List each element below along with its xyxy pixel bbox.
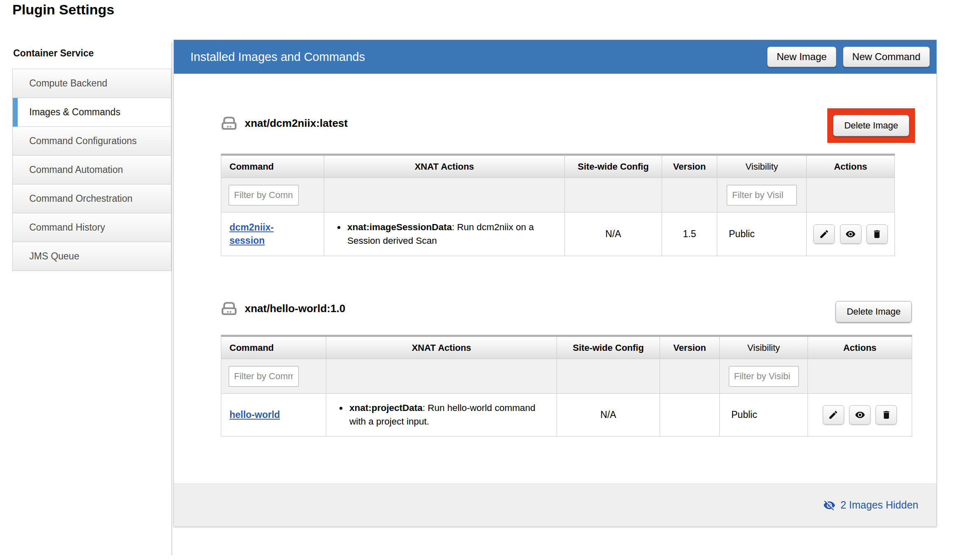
command-filter-input[interactable]: [229, 366, 299, 387]
delete-image-button-dcm2niix[interactable]: Delete Image: [833, 115, 909, 136]
sidebar-item-jms-queue[interactable]: JMS Queue: [13, 242, 171, 271]
delete-image-wrap: Delete Image: [836, 301, 912, 322]
table-row: hello-world xnat:projectData: Run hello-…: [221, 394, 912, 436]
filter-row: [221, 359, 912, 394]
images-hidden-link[interactable]: 2 Images Hidden: [823, 499, 918, 511]
delete-image-button-hello-world[interactable]: Delete Image: [836, 301, 912, 322]
sidebar-item-compute-backend[interactable]: Compute Backend: [13, 69, 171, 98]
new-command-button[interactable]: New Command: [843, 47, 930, 67]
column-header-site-wide-config: Site-wide Config: [557, 336, 660, 359]
column-header-visibility: Visibility: [720, 336, 808, 359]
visibility-value: Public: [717, 212, 807, 256]
command-filter-input[interactable]: [229, 185, 299, 205]
sidebar-item-command-history[interactable]: Command History: [13, 213, 171, 242]
panel-footer: 2 Images Hidden: [174, 483, 936, 526]
visibility-filter-input[interactable]: [729, 366, 799, 387]
edit-command-button[interactable]: [813, 224, 835, 244]
column-header-version: Version: [662, 155, 717, 178]
column-header-version: Version: [660, 336, 720, 359]
column-header-visibility: Visibility: [717, 155, 807, 178]
header-buttons: New Image New Command: [767, 47, 930, 67]
panel-header: Installed Images and Commands New Image …: [174, 40, 936, 74]
column-header-command: Command: [221, 336, 326, 359]
commands-table-dcm2niix: Command XNAT Actions Site-wide Config Ve…: [221, 154, 895, 256]
sidebar-item-command-configurations[interactable]: Command Configurations: [13, 127, 171, 156]
image-title-hello-world: xnat/hello-world:1.0: [221, 301, 345, 316]
edit-command-button[interactable]: [823, 405, 844, 425]
pencil-icon: [828, 410, 838, 420]
eye-slash-icon: [823, 499, 836, 511]
eye-icon: [855, 410, 865, 420]
installed-images-panel: Installed Images and Commands New Image …: [173, 40, 937, 526]
table-header-row: Command XNAT Actions Site-wide Config Ve…: [221, 336, 912, 359]
new-image-button[interactable]: New Image: [767, 47, 836, 67]
trash-icon: [872, 229, 882, 239]
site-wide-config-value: N/A: [557, 394, 660, 436]
version-value: 1.5: [662, 212, 717, 256]
version-value: [660, 394, 720, 436]
images-hidden-label: 2 Images Hidden: [840, 499, 918, 511]
column-header-actions: Actions: [807, 155, 895, 178]
command-link-hello-world[interactable]: hello-world: [229, 409, 280, 420]
row-actions: [807, 212, 895, 256]
xnat-action-item: xnat:imageSessionData: Run dcm2niix on a…: [346, 221, 555, 247]
commands-table-hello-world: Command XNAT Actions Site-wide Config Ve…: [221, 335, 912, 436]
hard-drive-icon: [221, 116, 237, 131]
image-name: xnat/hello-world:1.0: [245, 302, 345, 315]
command-link-dcm2niix-session[interactable]: dcm2niix-session: [229, 222, 274, 245]
hard-drive-icon: [221, 301, 237, 316]
xnat-action-item: xnat:projectData: Run hello-world comman…: [348, 401, 547, 428]
image-title-dcm2niix: xnat/dcm2niix:latest: [221, 116, 348, 131]
table-row: dcm2niix-session xnat:imageSessionData: …: [221, 212, 895, 256]
sidebar-item-images-commands[interactable]: Images & Commands: [13, 98, 171, 127]
image-name: xnat/dcm2niix:latest: [245, 117, 348, 130]
view-command-button[interactable]: [849, 405, 871, 425]
filter-row: [221, 178, 895, 212]
sidebar-divider: [171, 42, 172, 555]
view-command-button[interactable]: [840, 224, 861, 244]
pencil-icon: [819, 229, 829, 239]
page-title: Plugin Settings: [12, 2, 114, 18]
visibility-value: Public: [720, 394, 808, 436]
trash-icon: [881, 410, 892, 420]
site-wide-config-value: N/A: [565, 212, 662, 256]
sidebar-item-command-automation[interactable]: Command Automation: [13, 156, 171, 184]
sidebar-menu: Compute Backend Images & Commands Comman…: [12, 69, 171, 271]
sidebar-item-command-orchestration[interactable]: Command Orchestration: [13, 184, 171, 213]
column-header-actions: Actions: [808, 336, 912, 359]
eye-icon: [845, 229, 856, 239]
delete-image-highlight-box: Delete Image: [827, 108, 915, 143]
delete-command-button[interactable]: [866, 224, 888, 244]
row-actions: [808, 394, 912, 436]
column-header-site-wide-config: Site-wide Config: [565, 155, 662, 178]
sidebar: Container Service Compute Backend Images…: [12, 45, 171, 271]
column-header-command: Command: [221, 155, 324, 178]
delete-command-button[interactable]: [875, 405, 897, 425]
visibility-filter-input[interactable]: [727, 185, 797, 205]
column-header-xnat-actions: XNAT Actions: [326, 336, 557, 359]
column-header-xnat-actions: XNAT Actions: [324, 155, 565, 178]
sidebar-heading: Container Service: [12, 45, 171, 69]
table-header-row: Command XNAT Actions Site-wide Config Ve…: [221, 155, 895, 178]
panel-title: Installed Images and Commands: [190, 50, 365, 64]
